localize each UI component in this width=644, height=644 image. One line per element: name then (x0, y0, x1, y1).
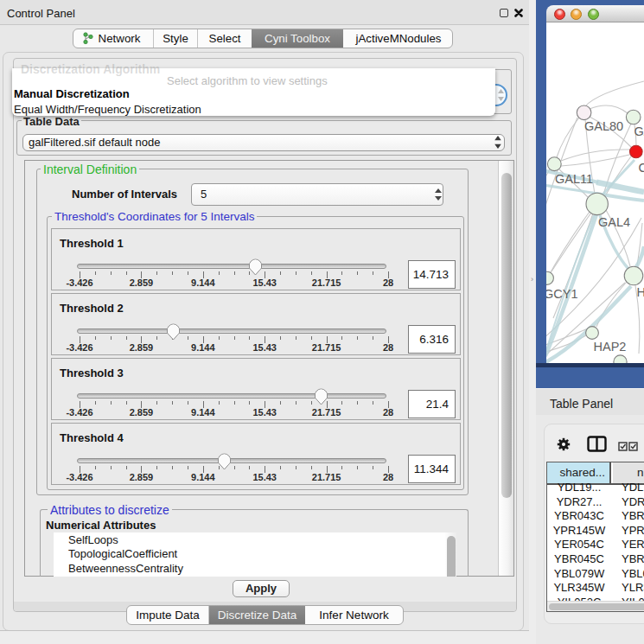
svg-text:GAL4: GAL4 (598, 215, 630, 229)
svg-text:GA: GA (634, 124, 644, 138)
svg-text:GAL11: GAL11 (555, 172, 593, 186)
svg-text:GCY1: GCY1 (546, 287, 578, 301)
svg-text:C: C (639, 161, 644, 175)
svg-text:GAL80: GAL80 (584, 119, 623, 133)
svg-text:H: H (637, 285, 644, 299)
svg-text:HAP2: HAP2 (594, 340, 627, 354)
